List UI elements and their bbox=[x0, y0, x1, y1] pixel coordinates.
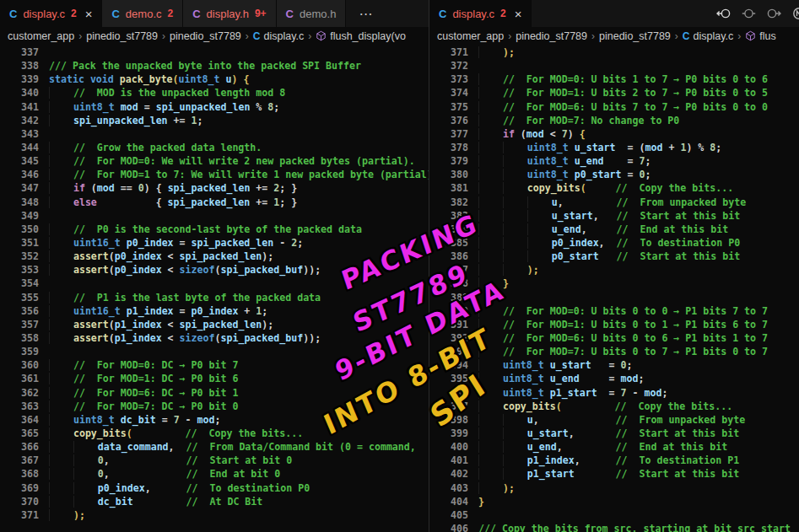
code-line[interactable]: 389 bbox=[429, 291, 799, 304]
code-line[interactable]: 360 // For MOD=0: DC → P0 bit 7 bbox=[0, 358, 429, 372]
code-line[interactable]: 351 uint16_t p0_index = spi_packed_len -… bbox=[0, 236, 429, 250]
code-editor-left[interactable]: 337338/// Pack the unpacked byte into th… bbox=[0, 45, 429, 532]
code-editor-right[interactable]: 371 );372373 // For MOD=0: U bits 1 to 7… bbox=[429, 45, 799, 532]
code-line[interactable]: 404} bbox=[429, 495, 799, 508]
code-line[interactable]: 397 copy_bits( // Copy the bits... bbox=[429, 400, 799, 413]
navigate-forward-icon[interactable] bbox=[767, 7, 781, 20]
code-line[interactable]: 402 p1_start // Start at this bit bbox=[429, 467, 799, 481]
code-line[interactable]: 352 assert(p0_index < spi_packed_len); bbox=[0, 250, 429, 263]
code-line[interactable]: 345 // For MOD=0: We will write 2 new pa… bbox=[0, 154, 429, 168]
code-line[interactable]: 391 // For MOD=1: U bits 0 to 1 → P1 bit… bbox=[429, 318, 799, 331]
code-line[interactable]: 343 bbox=[0, 127, 429, 141]
code-line[interactable]: 348 else { spi_packed_len += 1; } bbox=[0, 196, 429, 209]
code-line[interactable]: 339static void pack_byte(uint8_t u) { bbox=[0, 73, 429, 86]
code-line[interactable]: 366 data_command, // From Data/Command b… bbox=[0, 440, 429, 454]
line-number: 406 bbox=[429, 522, 478, 532]
breadcrumb-item[interactable]: customer_app bbox=[437, 30, 504, 42]
code-line[interactable]: 380 uint8_t p0_start = 0; bbox=[429, 168, 799, 181]
code-line[interactable]: 399 u_start, // Start at this bit bbox=[429, 427, 799, 440]
code-line[interactable]: 374 // For MOD=1: U bits 2 to 7 → P0 bit… bbox=[429, 86, 799, 99]
code-line[interactable]: 337 bbox=[0, 46, 429, 59]
code-line[interactable]: 357 assert(p1_index < spi_packed_len); bbox=[0, 318, 429, 331]
code-line[interactable]: 338/// Pack the unpacked byte into the p… bbox=[0, 59, 429, 73]
code-line[interactable]: 344 // Grow the packed data length. bbox=[0, 141, 429, 154]
tab-demo.h[interactable]: Cdemo.h bbox=[277, 0, 347, 27]
code-line[interactable]: 392 // For MOD=6: U bits 0 to 6 → P1 bit… bbox=[429, 331, 799, 345]
code-line[interactable]: 367 0, // Start at bit 0 bbox=[0, 454, 429, 467]
code-line[interactable]: 390 // For MOD=0: U bits 0 to 0 → P1 bit… bbox=[429, 304, 799, 318]
code-line[interactable]: 353 assert(p0_index < sizeof(spi_packed_… bbox=[0, 263, 429, 277]
breadcrumb-item[interactable]: pinedio_st7789 bbox=[86, 30, 158, 42]
breadcrumb-item[interactable]: pinedio_st7789 bbox=[516, 30, 587, 42]
account-partial-icon[interactable] bbox=[792, 7, 799, 20]
breadcrumb-item[interactable]: pinedio_st7789 bbox=[599, 30, 671, 42]
code-line[interactable]: 379 uint8_t u_end = 7; bbox=[429, 154, 799, 168]
code-line[interactable]: 365 copy_bits( // Copy the bits... bbox=[0, 427, 429, 440]
code-line[interactable]: 405 bbox=[429, 508, 799, 522]
code-line[interactable]: 341 uint8_t mod = spi_unpacked_len % 8; bbox=[0, 100, 429, 114]
code-line[interactable]: 349 bbox=[0, 209, 429, 223]
code-line[interactable]: 371 ); bbox=[429, 46, 799, 59]
code-line[interactable]: 363 // For MOD=7: DC → P0 bit 0 bbox=[0, 400, 429, 413]
code-line[interactable]: 382 u, // From unpacked byte bbox=[429, 196, 799, 209]
code-line[interactable]: 369 p0_index, // To destination P0 bbox=[0, 481, 429, 495]
code-line[interactable]: 384 u_end, // End at this bit bbox=[429, 223, 799, 236]
line-number: 371 bbox=[0, 508, 49, 522]
code-line[interactable]: 385 p0_index, // To destination P0 bbox=[429, 236, 799, 250]
tab-overflow-indicator[interactable]: ⋯ bbox=[359, 6, 373, 22]
code-line[interactable]: 359 bbox=[0, 345, 429, 358]
code-line[interactable]: 340 // MOD is the unpacked length mod 8 bbox=[0, 86, 429, 99]
code-line[interactable]: 381 copy_bits( // Copy the bits... bbox=[429, 181, 799, 195]
tab-demo.c[interactable]: Cdemo.c2 bbox=[102, 0, 183, 27]
code-line[interactable]: 378 uint8_t u_start = (mod + 1) % 8; bbox=[429, 141, 799, 154]
code-line[interactable]: 350 // P0 is the second-last byte of the… bbox=[0, 223, 429, 236]
code-line[interactable]: 387 ); bbox=[429, 263, 799, 277]
code-line[interactable]: 398 u, // From unpacked byte bbox=[429, 413, 799, 427]
code-line[interactable]: 386 p0_start // Start at this bit bbox=[429, 250, 799, 263]
navigate-back-icon[interactable] bbox=[716, 7, 731, 20]
code-line[interactable]: 394 uint8_t u_start = 0; bbox=[429, 358, 799, 372]
code-line[interactable]: 383 u_start, // Start at this bit bbox=[429, 209, 799, 223]
code-line-text: 0, // End at bit 0 bbox=[49, 467, 429, 481]
tab-close-icon[interactable]: × bbox=[85, 8, 93, 20]
tab-display.h[interactable]: Cdisplay.h9+ bbox=[183, 0, 276, 27]
navigate-circle-icon[interactable] bbox=[742, 7, 756, 20]
code-line-text: // For MOD=1 to 7: We will write 1 new p… bbox=[49, 168, 429, 181]
code-line[interactable]: 355 // P1 is the last byte of the packed… bbox=[0, 291, 429, 304]
code-line[interactable]: 368 0, // End at bit 0 bbox=[0, 467, 429, 481]
code-line[interactable]: 347 if (mod == 0) { spi_packed_len += 2;… bbox=[0, 181, 429, 195]
code-line[interactable]: 346 // For MOD=1 to 7: We will write 1 n… bbox=[0, 168, 429, 181]
code-line[interactable]: 354 bbox=[0, 277, 429, 290]
breadcrumb-item[interactable]: pinedio_st7789 bbox=[170, 30, 241, 42]
tab-display.c[interactable]: Cdisplay.c2× bbox=[0, 0, 102, 27]
code-line[interactable]: 375 // For MOD=6: U bits 7 to 7 → P0 bit… bbox=[429, 100, 799, 114]
code-line[interactable]: 406/// Copy the bits from src, starting … bbox=[429, 522, 799, 532]
code-line[interactable]: 370 dc_bit // At DC Bit bbox=[0, 495, 429, 508]
breadcrumb-item[interactable]: flush_display(vo bbox=[316, 30, 406, 42]
breadcrumb-item[interactable]: flus bbox=[745, 30, 775, 42]
code-line[interactable]: 377 if (mod < 7) { bbox=[429, 127, 799, 141]
code-line[interactable]: 400 u_end, // End at this bit bbox=[429, 440, 799, 454]
code-line[interactable]: 403 ); bbox=[429, 481, 799, 495]
code-line[interactable]: 393 // For MOD=7: U bits 0 to 7 → P1 bit… bbox=[429, 345, 799, 358]
breadcrumb-item[interactable]: Cdisplay.c bbox=[683, 30, 733, 42]
breadcrumb-item[interactable]: Cdisplay.c bbox=[253, 30, 304, 42]
code-line[interactable]: 396 uint8_t p1_start = 7 - mod; bbox=[429, 386, 799, 400]
tab-display.c[interactable]: Cdisplay.c2× bbox=[429, 0, 532, 27]
code-line[interactable]: 372 bbox=[429, 59, 799, 73]
code-line[interactable]: 342 spi_unpacked_len += 1; bbox=[0, 114, 429, 127]
code-line[interactable]: 373 // For MOD=0: U bits 1 to 7 → P0 bit… bbox=[429, 73, 799, 86]
code-line[interactable]: 361 // For MOD=1: DC → P0 bit 6 bbox=[0, 372, 429, 385]
tab-close-icon[interactable]: × bbox=[515, 8, 522, 20]
breadcrumb-item[interactable]: customer_app bbox=[8, 30, 74, 42]
code-line[interactable]: 362 // For MOD=6: DC → P0 bit 1 bbox=[0, 386, 429, 400]
code-line[interactable]: 364 uint8_t dc_bit = 7 - mod; bbox=[0, 413, 429, 427]
code-line[interactable]: 376 // For MOD=7: No change to P0 bbox=[429, 114, 799, 127]
code-line[interactable]: 395 uint8_t u_end = mod; bbox=[429, 372, 799, 385]
code-line[interactable]: 356 uint16_t p1_index = p0_index + 1; bbox=[0, 304, 429, 318]
code-line[interactable]: 371 ); bbox=[0, 508, 429, 522]
code-line[interactable]: 358 assert(p1_index < sizeof(spi_packed_… bbox=[0, 331, 429, 345]
code-line[interactable]: 401 p1_index, // To destination P1 bbox=[429, 454, 799, 467]
code-line[interactable]: 388 } bbox=[429, 277, 799, 290]
code-line-text: assert(p0_index < spi_packed_len); bbox=[49, 250, 429, 263]
